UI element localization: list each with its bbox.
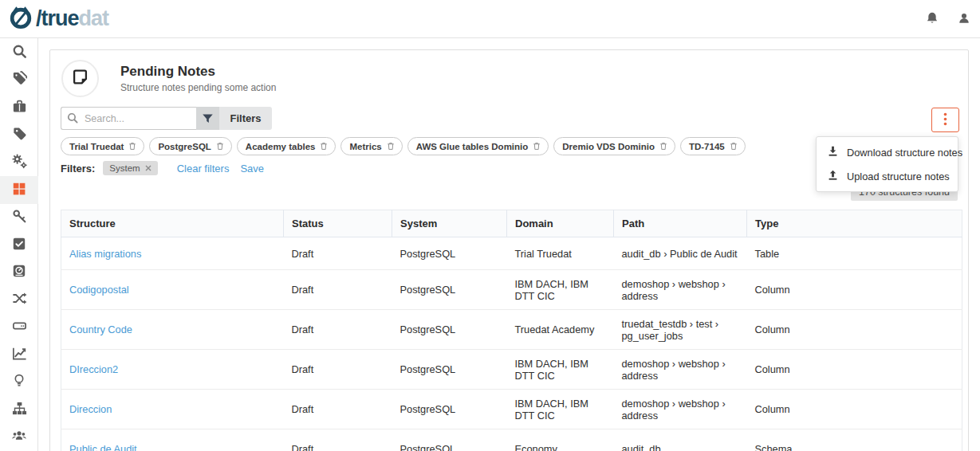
path-cell: demoshop › webshop › address — [614, 390, 747, 429]
system-cell: PostgreSQL — [392, 310, 507, 350]
filter-chip-label: AWS Glue tables Dominio — [416, 142, 529, 151]
domain-cell: IBM DACH, IBM DTT CIC — [507, 350, 614, 390]
shuffle-icon — [12, 291, 27, 309]
search-toolbar: Filters — [61, 107, 272, 130]
menu-item-download-structure-notes[interactable]: Download structure notes — [817, 140, 958, 164]
type-cell: Column — [747, 270, 962, 310]
pending-notes-panel: Pending Notes Structure notes pending so… — [49, 49, 969, 451]
clear-filters-link[interactable]: Clear filters — [177, 163, 230, 175]
column-header-status[interactable]: Status — [284, 210, 392, 237]
sidebar-item-gears[interactable] — [0, 149, 38, 176]
menu-item-upload-structure-notes[interactable]: Upload structure notes — [817, 164, 958, 188]
structure-cell: DIreccion2 — [61, 350, 284, 390]
type-cell: Table — [747, 237, 962, 270]
column-header-domain[interactable]: Domain — [507, 210, 614, 237]
logo-text: /truedat — [36, 6, 108, 31]
filter-chip: Trial Truedat — [61, 137, 144, 155]
kebab-icon — [943, 112, 947, 128]
sidebar-item-check-square[interactable] — [0, 231, 38, 258]
sidebar-item-search[interactable] — [0, 39, 38, 66]
trash-icon[interactable] — [659, 142, 667, 151]
close-icon[interactable] — [145, 165, 152, 171]
filter-chip: PostgreSQL — [149, 137, 231, 155]
filters-button[interactable]: Filters — [196, 107, 272, 130]
structure-cell: Direccion — [61, 390, 284, 429]
system-cell: PostgreSQL — [392, 237, 507, 270]
structure-cell: Public de Audit — [61, 429, 284, 451]
filter-chip-label: PostgreSQL — [158, 142, 211, 151]
structure-link[interactable]: DIreccion2 — [69, 363, 118, 375]
status-cell: Draft — [284, 310, 392, 350]
user-icon — [957, 10, 971, 29]
trash-icon[interactable] — [533, 142, 541, 151]
trash-icon[interactable] — [387, 142, 395, 151]
search-input[interactable] — [61, 107, 196, 130]
status-cell: Draft — [284, 350, 392, 390]
column-header-structure[interactable]: Structure — [61, 210, 284, 237]
structure-link[interactable]: Alias migrations — [69, 248, 141, 260]
type-cell: Column — [747, 310, 962, 350]
applied-filters-bar: Filters: System Clear filters Save — [61, 161, 264, 175]
sidebar-item-tag[interactable] — [0, 121, 38, 148]
search-icon — [12, 44, 27, 62]
sidebar-item-lightbulb[interactable] — [0, 369, 38, 396]
user-profile-button[interactable] — [948, 0, 980, 38]
sidebar-item-users[interactable] — [0, 424, 38, 451]
domain-cell: Economy — [507, 429, 614, 451]
column-header-system[interactable]: System — [392, 210, 507, 237]
filter-chip-label: Metrics — [349, 142, 381, 151]
structure-link[interactable]: Public de Audit — [69, 443, 137, 451]
actions-kebab-button[interactable] — [931, 108, 959, 132]
upload-icon — [827, 169, 839, 183]
type-cell: Column — [747, 350, 962, 390]
sidebar-item-briefcase[interactable] — [0, 94, 38, 121]
sidebar-item-shuffle[interactable] — [0, 286, 38, 313]
path-cell: demoshop › webshop › address — [614, 350, 747, 390]
panel-header: Pending Notes Structure notes pending so… — [61, 60, 276, 97]
table-row: Public de Audit Draft PostgreSQL Economy… — [61, 429, 962, 451]
sidebar-item-tags[interactable] — [0, 66, 38, 93]
system-cell: PostgreSQL — [392, 429, 507, 451]
column-header-type[interactable]: Type — [747, 210, 962, 237]
save-filters-link[interactable]: Save — [240, 163, 264, 175]
sidebar-item-key[interactable] — [0, 204, 38, 231]
path-cell: demoshop › webshop › address — [614, 270, 747, 310]
column-header-path[interactable]: Path — [614, 210, 747, 237]
table-row: Codigopostal Draft PostgreSQL IBM DACH, … — [61, 270, 962, 310]
sidebar-item-gauge[interactable] — [0, 259, 38, 286]
filter-chip: Dremio VDS Dominio — [553, 137, 675, 155]
trash-icon[interactable] — [730, 142, 738, 151]
structure-cell: Alias migrations — [61, 237, 284, 270]
applied-filter-label: System — [109, 163, 140, 173]
tag-icon — [12, 126, 27, 144]
filter-chip: TD-7145 — [680, 137, 746, 155]
sidebar-item-chart-line[interactable] — [0, 341, 38, 368]
status-cell: Draft — [284, 390, 392, 429]
sidebar-item-drive[interactable] — [0, 314, 38, 341]
domain-cell: Trial Truedat — [507, 237, 614, 270]
owl-logo-icon — [8, 5, 33, 33]
trash-icon[interactable] — [128, 142, 136, 151]
sidebar-item-sitemap[interactable] — [0, 396, 38, 423]
system-cell: PostgreSQL — [392, 390, 507, 429]
sidebar-item-grid[interactable] — [0, 176, 38, 203]
table-row: DIreccion2 Draft PostgreSQL IBM DACH, IB… — [61, 350, 962, 390]
structure-link[interactable]: Direccion — [69, 403, 112, 415]
truedat-logo[interactable]: /truedat — [8, 5, 108, 33]
actions-dropdown-menu: Download structure notes Upload structur… — [816, 136, 958, 192]
trash-icon[interactable] — [320, 142, 328, 151]
trash-icon[interactable] — [216, 142, 224, 151]
structure-link[interactable]: Codigopostal — [69, 284, 129, 296]
topbar: /truedat — [0, 0, 980, 38]
notifications-button[interactable] — [916, 0, 948, 38]
note-icon — [70, 67, 90, 90]
filter-chip: Academy tables — [237, 137, 337, 155]
structures-table: Structure Status System Domain Path Type… — [61, 210, 962, 451]
domain-cell: IBM DACH, IBM DTT CIC — [507, 270, 614, 310]
structure-cell: Country Code — [61, 310, 284, 350]
tags-icon — [12, 71, 27, 89]
sidebar — [0, 38, 38, 451]
path-cell: truedat_testdb › test › pg_user_jobs — [614, 310, 747, 350]
funnel-icon — [196, 107, 219, 130]
structure-link[interactable]: Country Code — [69, 324, 132, 335]
